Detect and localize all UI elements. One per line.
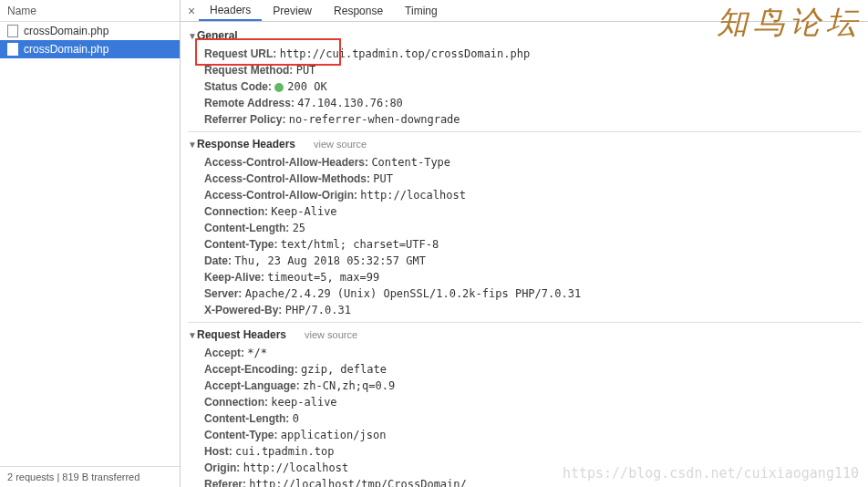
header-row: X-Powered-By: PHP/7.0.31 [204,302,861,318]
view-source-link[interactable]: view source [305,329,357,340]
file-icon [7,25,18,37]
tab-headers[interactable]: Headers [199,0,262,21]
header-row: Content-Length: 25 [204,220,861,236]
header-row: Origin: http://localhost [204,460,861,476]
request-item-label: crossDomain.php [24,43,108,56]
status-dot-icon [274,83,284,92]
header-key: Connection: [204,396,271,409]
header-key: Accept-Language: [204,379,303,392]
header-value: http://localhost/tmp/CrossDomain/ [249,478,466,487]
header-key: Access-Control-Allow-Headers: [204,156,371,169]
header-row: Date: Thu, 23 Aug 2018 05:32:57 GMT [204,253,861,269]
header-value: PUT [373,172,393,185]
header-value: timeout=5, max=99 [267,271,379,284]
header-row: Access-Control-Allow-Origin: http://loca… [204,187,861,203]
header-value: */* [247,347,267,359]
general-header[interactable]: ▼General [188,26,861,46]
header-key: Content-Type: [204,238,281,251]
header-key: Remote Address: [204,97,297,109]
header-value: 47.104.130.76:80 [297,97,403,109]
header-value: 200 OK [287,80,326,93]
header-value: http://localhost [243,461,349,474]
header-row: Access-Control-Allow-Methods: PUT [204,171,861,187]
header-value: http://localhost [360,189,466,202]
header-row: Request Method: PUT [204,62,861,78]
section-general: ▼General Request URL: http://cui.tpadmin… [188,26,861,128]
response-headers-header[interactable]: ▼Response Headers view source [188,131,861,154]
header-row: Referer: http://localhost/tmp/CrossDomai… [204,476,861,487]
request-item[interactable]: crossDomain.php [0,22,180,40]
disclosure-icon: ▼ [188,140,197,150]
header-row: Content-Length: 0 [204,410,861,427]
header-row: Access-Control-Allow-Headers: Content-Ty… [204,154,861,171]
header-row: Accept-Language: zh-CN,zh;q=0.9 [204,378,861,394]
header-value: Thu, 23 Aug 2018 05:32:57 GMT [234,254,426,267]
header-row: Host: cui.tpadmin.top [204,443,861,460]
close-icon[interactable]: × [184,4,199,18]
header-value: no-referrer-when-downgrade [289,113,460,126]
header-value: PUT [296,64,316,77]
header-key: Referer: [204,478,249,487]
header-key: Connection: [204,205,271,218]
header-key: Keep-Alive: [204,271,267,284]
header-row: Accept-Encoding: gzip, deflate [204,361,861,378]
disclosure-icon: ▼ [188,330,197,340]
header-key: Request Method: [204,64,296,77]
disclosure-icon: ▼ [188,31,197,41]
header-key: Accept-Encoding: [204,363,301,376]
header-value: text/html; charset=UTF-8 [281,238,439,251]
header-value: Apache/2.4.29 (Unix) OpenSSL/1.0.2k-fips… [245,287,581,300]
header-value: keep-alive [271,396,336,409]
header-row: Status Code: 200 OK [204,78,861,95]
header-key: Referrer Policy: [204,113,289,126]
request-item[interactable]: crossDomain.php [0,40,180,58]
request-headers-header[interactable]: ▼Request Headers view source [188,322,861,345]
request-item-label: crossDomain.php [24,25,108,37]
file-icon [7,43,18,56]
tab-response[interactable]: Response [323,0,394,21]
main-panel: × HeadersPreviewResponseTiming ▼General … [181,0,868,487]
header-key: Access-Control-Allow-Origin: [204,189,360,202]
header-value: Content-Type [371,156,450,169]
header-row: Content-Type: text/html; charset=UTF-8 [204,236,861,253]
header-key: Content-Length: [204,412,293,425]
header-key: Access-Control-Allow-Methods: [204,172,373,185]
view-source-link[interactable]: view source [314,139,367,150]
header-row: Referrer Policy: no-referrer-when-downgr… [204,111,861,128]
section-response-headers: ▼Response Headers view source Access-Con… [188,131,861,318]
header-row: Content-Type: application/json [204,427,861,443]
header-row: Connection: keep-alive [204,394,861,410]
header-value: PHP/7.0.31 [285,304,351,316]
header-row: Keep-Alive: timeout=5, max=99 [204,269,861,285]
header-row: Accept: */* [204,345,861,361]
header-value: 0 [293,412,299,425]
header-key: Content-Type: [204,429,281,441]
section-title: Request Headers [197,328,286,341]
header-key: Status Code: [204,80,274,93]
network-sidebar: Name crossDomain.phpcrossDomain.php 2 re… [0,0,181,487]
header-value: http://cui.tpadmin.top/crossDomain.php [280,47,531,60]
header-key: Accept: [204,347,247,359]
header-value: Keep-Alive [271,205,336,218]
tab-preview[interactable]: Preview [262,0,323,21]
header-value: gzip, deflate [301,363,387,376]
header-key: Server: [204,287,245,300]
header-key: Date: [204,254,234,267]
header-value: 25 [293,222,305,234]
sidebar-footer: 2 requests | 819 B transferred [0,466,180,487]
section-request-headers: ▼Request Headers view source Accept: */*… [188,322,861,487]
sidebar-header: Name [0,0,180,22]
headers-content: ▼General Request URL: http://cui.tpadmin… [181,22,868,487]
header-value: application/json [281,429,387,441]
header-row: Remote Address: 47.104.130.76:80 [204,95,861,111]
header-key: Content-Length: [204,222,293,234]
tabs-bar: × HeadersPreviewResponseTiming [181,0,868,22]
section-title: Response Headers [197,138,295,150]
request-list: crossDomain.phpcrossDomain.php [0,22,180,466]
tab-timing[interactable]: Timing [394,0,449,21]
header-value: cui.tpadmin.top [235,445,334,458]
header-key: X-Powered-By: [204,304,285,316]
header-key: Host: [204,445,235,458]
header-row: Request URL: http://cui.tpadmin.top/cros… [204,46,861,62]
header-row: Server: Apache/2.4.29 (Unix) OpenSSL/1.0… [204,285,861,302]
